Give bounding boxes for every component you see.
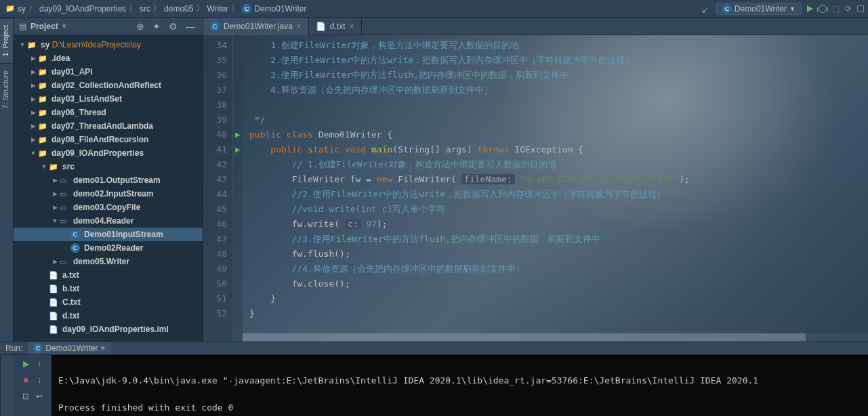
wrap-icon[interactable]: ↩ — [34, 392, 45, 401]
tree-label: d.txt — [62, 311, 79, 320]
project-panel-title[interactable]: Project ▼ — [30, 22, 130, 31]
crumb[interactable]: CDemo01Writer — [241, 4, 308, 14]
tree-item[interactable]: 📄day09_IOAndProperties.iml — [14, 323, 203, 336]
expand-icon[interactable]: ▼ — [39, 163, 49, 170]
stop-icon[interactable]: ■ — [20, 375, 31, 385]
code-line[interactable]: 1.创建FileWriter对象，构造方法中绑定要写入数据的目的地 — [249, 38, 868, 53]
code-line[interactable]: //2.使用FileWriter中的方法write，把数据写入到内存缓冲区中（字… — [249, 187, 868, 202]
expand-icon[interactable]: ▶ — [50, 177, 60, 184]
tree-item[interactable]: ▶📁day01_API — [14, 65, 203, 79]
code-line[interactable]: } — [249, 291, 868, 306]
select-opened-icon[interactable]: ⊕ — [134, 21, 146, 32]
code-line[interactable]: fw.close(); — [249, 276, 868, 291]
run-config-selector[interactable]: C Demo01Writer ▼ — [716, 3, 802, 15]
code-line[interactable]: fw.write( c: 97); — [249, 217, 868, 232]
tree-item[interactable]: 📄d.txt — [14, 309, 203, 323]
horizontal-scrollbar[interactable] — [243, 333, 868, 341]
tree-label: src — [62, 162, 75, 171]
close-icon[interactable]: × — [350, 22, 354, 31]
expand-all-icon[interactable]: ✦ — [150, 21, 163, 32]
expand-icon[interactable]: ▼ — [50, 217, 60, 224]
crumb[interactable]: 📁sy — [4, 4, 27, 14]
favorites-tool-tab[interactable]: avorites — [0, 355, 14, 416]
code-line[interactable]: //void write(int c)写入单个字符 — [249, 202, 868, 217]
run-tab[interactable]: C Demo01Writer × — [28, 342, 110, 354]
code-line[interactable]: public class Demo01Writer { — [249, 127, 868, 142]
expand-icon[interactable]: ▼ — [28, 150, 38, 157]
tree-label: Demo02Reader — [84, 243, 143, 253]
tree-item[interactable]: 📄a.txt — [14, 268, 203, 282]
expand-icon[interactable]: ▶ — [50, 258, 60, 265]
code-line[interactable]: //3.使用FileWriter中的方法flush,把内存缓冲区中的数据，刷新到… — [249, 232, 868, 247]
run-output[interactable]: E:\Java\jdk-9.0.4\bin\java.exe "-javaage… — [51, 355, 868, 416]
code-line[interactable]: FileWriter fw = new FileWriter( fileName… — [249, 172, 868, 187]
project-panel: ▤ Project ▼ ⊕ ✦ ⚙ — ▼📁sy D:\Learn\IdeaPr… — [14, 18, 203, 341]
expand-icon[interactable]: ▶ — [50, 190, 60, 197]
debug-button[interactable] — [819, 5, 827, 13]
structure-tool-tab[interactable]: 7: Structure — [0, 63, 13, 116]
tree-item[interactable]: ▼📁src — [14, 160, 203, 173]
class-icon: C — [722, 4, 732, 14]
code-line[interactable]: //4.释放资源（会先把内存缓冲区中的数据刷新到文件中） — [249, 262, 868, 276]
tree-item[interactable]: ▶▭demo02.InputStream — [14, 187, 203, 201]
expand-icon[interactable]: ▶ — [28, 68, 38, 75]
tree-item[interactable]: ▼▭demo04.Reader — [14, 214, 203, 228]
crumb[interactable]: Writer — [205, 4, 230, 14]
project-tool-tab[interactable]: 1: Project — [0, 18, 13, 63]
tree-item[interactable]: ▶📁day07_ThreadAndLambda — [14, 119, 203, 133]
down-icon[interactable]: ↓ — [34, 375, 45, 385]
tree-label: demo04.Reader — [73, 216, 133, 226]
close-icon[interactable]: × — [101, 344, 106, 353]
gear-icon[interactable]: ⚙ — [167, 21, 180, 32]
tree-item[interactable]: ▶📁day03_ListAndSet — [14, 92, 203, 106]
tree-item[interactable]: ▶📁day06_Thread — [14, 106, 203, 119]
up-icon[interactable]: ↑ — [34, 359, 45, 369]
tree-item[interactable]: CDemo01InputStream — [14, 228, 203, 241]
tree-item[interactable]: ▶▭demo03.CopyFile — [14, 201, 203, 214]
tree-item[interactable]: CDemo02Reader — [14, 241, 203, 255]
code-line[interactable]: 4.释放资源（会先把内存缓冲区中的数据刷新到文件中） — [249, 83, 868, 98]
code-line[interactable] — [249, 98, 868, 112]
expand-icon[interactable]: ▶ — [28, 123, 38, 129]
coverage-button[interactable]: ⬚ — [832, 4, 840, 14]
expand-icon[interactable]: ▶ — [28, 96, 38, 102]
tree-item[interactable]: 📄b.txt — [14, 282, 203, 295]
tree-item[interactable]: ▼📁sy D:\Learn\IdeaProjects\sy — [14, 38, 203, 51]
code-line[interactable]: } — [249, 306, 868, 321]
code-line[interactable]: // 1.创建FileWriter对象，构造方法中绑定要写入数据的目的地 — [249, 157, 868, 172]
project-tree[interactable]: ▼📁sy D:\Learn\IdeaProjects\sy▶📁.idea▶📁da… — [14, 35, 203, 341]
editor-tab[interactable]: 📄d.txt× — [309, 18, 362, 35]
tree-item[interactable]: ▶▭demo05.Writer — [14, 255, 203, 268]
tree-item[interactable]: ▶📁day02_CollectionAndReflect — [14, 79, 203, 92]
expand-icon[interactable]: ▶ — [28, 109, 38, 116]
tree-item[interactable]: ▼📁day09_IOAndProperties — [14, 146, 203, 160]
expand-icon[interactable]: ▶ — [28, 55, 38, 62]
tree-item[interactable]: ▶📁day08_FileAndRecursion — [14, 133, 203, 146]
hide-icon[interactable]: — — [184, 21, 197, 32]
expand-icon[interactable]: ▶ — [28, 82, 38, 89]
tree-label: demo05.Writer — [73, 257, 129, 266]
expand-icon[interactable]: ▼ — [18, 41, 27, 48]
editor-tab[interactable]: CDemo01Writer.java× — [203, 18, 309, 35]
tree-item[interactable]: ▶▭demo01.OutputStream — [14, 173, 203, 187]
expand-icon[interactable]: ▶ — [28, 136, 38, 143]
rerun-icon[interactable]: ▶ — [20, 359, 31, 369]
update-icon[interactable]: ↙ — [701, 4, 711, 14]
layout-icon[interactable]: ⊡ — [20, 392, 31, 401]
code-editor[interactable]: 1.创建FileWriter对象，构造方法中绑定要写入数据的目的地 2.使用Fi… — [243, 35, 868, 341]
close-icon[interactable]: × — [297, 22, 302, 31]
code-line[interactable]: */ — [249, 112, 868, 127]
code-line[interactable]: 2.使用FileWriter中的方法write，把数据写入到内存缓冲区中（字符转… — [249, 53, 868, 68]
expand-icon[interactable]: ▶ — [50, 204, 60, 211]
code-line[interactable]: public static void main(String[] args) t… — [249, 142, 868, 157]
tree-item[interactable]: 📄C.txt — [14, 295, 203, 309]
code-line[interactable]: fw.flush(); — [249, 247, 868, 262]
run-button[interactable] — [807, 5, 813, 12]
stop-button[interactable] — [857, 5, 864, 12]
profile-button[interactable]: ⟳ — [845, 4, 852, 14]
tree-item[interactable]: ▶📁.idea — [14, 51, 203, 65]
crumb[interactable]: demo05 — [163, 4, 194, 14]
crumb[interactable]: day09_IOAndProperties — [38, 4, 127, 14]
code-line[interactable]: 3.使用FileWriter中的方法flush,把内存缓冲区中的数据，刷新到文件… — [249, 68, 868, 83]
crumb[interactable]: src — [138, 4, 152, 14]
